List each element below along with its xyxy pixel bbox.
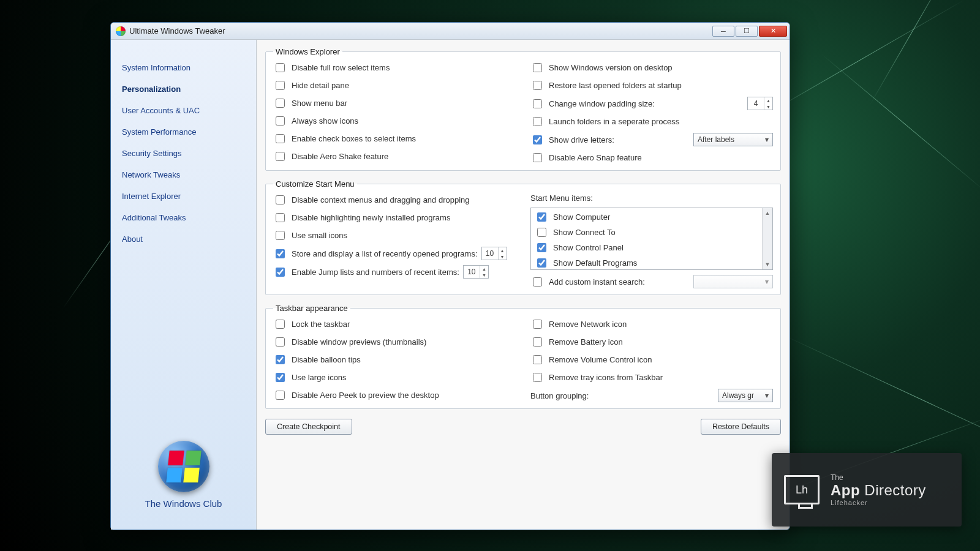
sidebar-item-internet-explorer[interactable]: Internet Explorer — [111, 186, 256, 207]
sidebar-item-security-settings[interactable]: Security Settings — [111, 143, 256, 164]
spin-down-icon[interactable]: ▼ — [480, 272, 488, 278]
overlay-line2: App Directory — [831, 482, 926, 499]
scroll-down-icon[interactable]: ▼ — [763, 260, 772, 269]
button-bar: Create Checkpoint Restore Defaults — [265, 416, 781, 435]
sidebar-logo-caption: The Windows Club — [117, 498, 250, 509]
chk-disable-aero-peek[interactable]: Disable Aero Peek to preview the desktop — [273, 389, 516, 402]
overlay-line1: The — [831, 473, 926, 482]
spin-window-padding[interactable]: 4▲▼ — [747, 97, 773, 110]
close-button[interactable]: ✕ — [759, 26, 787, 37]
button-grouping-label: Button grouping: — [530, 391, 589, 400]
chk-always-show-icons[interactable]: Always show icons — [273, 114, 516, 127]
list-item[interactable]: Show Control Panel — [535, 241, 758, 254]
minimize-button[interactable]: ─ — [712, 26, 734, 37]
group-windows-explorer: Windows Explorer Disable full row select… — [265, 47, 781, 171]
chk-show-win-version[interactable]: Show Windows version on desktop — [530, 61, 773, 74]
group-legend: Taskbar appearance — [273, 304, 350, 313]
list-start-menu-items[interactable]: Show Computer Show Connect To Show Contr… — [530, 208, 773, 270]
chk-show-menu-bar[interactable]: Show menu bar — [273, 97, 516, 110]
chk-disable-full-row[interactable]: Disable full row select items — [273, 61, 516, 74]
chk-remove-battery[interactable]: Remove Battery icon — [530, 335, 773, 348]
group-legend: Customize Start Menu — [273, 179, 357, 189]
group-taskbar: Taskbar appearance Lock the taskbar Disa… — [265, 304, 781, 409]
chk-change-padding[interactable]: Change window padding size: — [530, 97, 655, 110]
scroll-up-icon[interactable]: ▲ — [763, 208, 772, 218]
sidebar-item-user-accounts[interactable]: User Accounts & UAC — [111, 100, 256, 121]
spin-jump-list[interactable]: 10▲▼ — [463, 265, 489, 279]
app-window: Ultimate Windows Tweaker ─ ☐ ✕ System In… — [110, 22, 790, 530]
spin-down-icon[interactable]: ▼ — [764, 103, 772, 110]
dd-instant-search[interactable] — [693, 275, 773, 288]
spin-up-icon[interactable]: ▲ — [764, 97, 772, 103]
sidebar: System Information Personalization User … — [111, 40, 257, 530]
spin-up-icon[interactable]: ▲ — [499, 247, 507, 253]
dd-button-grouping[interactable]: Always gr — [718, 389, 773, 402]
list-item[interactable]: Show Default Programs — [535, 257, 758, 269]
sidebar-item-personalization[interactable]: Personalization — [111, 78, 256, 100]
chk-large-icons[interactable]: Use large icons — [273, 371, 516, 384]
titlebar[interactable]: Ultimate Windows Tweaker ─ ☐ ✕ — [111, 23, 790, 40]
content-panel: Windows Explorer Disable full row select… — [257, 40, 790, 530]
chk-show-drive-letters[interactable]: Show drive letters: — [530, 133, 614, 146]
start-menu-items-label: Start Menu items: — [530, 193, 773, 203]
chk-disable-balloon[interactable]: Disable balloon tips — [273, 353, 516, 366]
chk-small-icons[interactable]: Use small icons — [273, 229, 516, 242]
scrollbar[interactable]: ▲▼ — [762, 208, 772, 269]
overlay-line3: Lifehacker — [831, 499, 926, 506]
chk-instant-search[interactable]: Add custom instant search: — [530, 276, 645, 288]
chk-disable-aero-shake[interactable]: Disable Aero Shake feature — [273, 150, 516, 163]
app-directory-overlay: Lh The App Directory Lifehacker — [772, 453, 962, 527]
sidebar-item-about[interactable]: About — [111, 228, 256, 250]
list-item[interactable]: Show Computer — [535, 211, 758, 223]
sidebar-item-system-performance[interactable]: System Performance — [111, 121, 256, 143]
spin-recent-programs[interactable]: 10▲▼ — [481, 247, 507, 260]
restore-defaults-button[interactable]: Restore Defaults — [701, 419, 781, 435]
spin-up-icon[interactable]: ▲ — [480, 266, 488, 272]
chk-remove-volume[interactable]: Remove Volume Control icon — [530, 353, 773, 366]
chk-remove-network[interactable]: Remove Network icon — [530, 318, 773, 331]
monitor-icon: Lh — [784, 475, 820, 504]
chk-store-recent[interactable]: Store and display a list of recently ope… — [273, 247, 478, 260]
group-start-menu: Customize Start Menu Disable context men… — [265, 179, 781, 295]
chk-disable-highlight-new[interactable]: Disable highlighting newly installed pro… — [273, 211, 516, 224]
chk-restore-last-folders[interactable]: Restore last opened folders at startup — [530, 79, 773, 92]
chk-hide-detail-pane[interactable]: Hide detail pane — [273, 79, 516, 92]
chk-disable-aero-snap[interactable]: Disable Aero Snap feature — [530, 151, 773, 164]
chk-lock-taskbar[interactable]: Lock the taskbar — [273, 318, 516, 331]
chk-disable-context-menus[interactable]: Disable context menus and dragging and d… — [273, 193, 516, 206]
app-icon — [116, 26, 126, 36]
windows-orb-icon — [158, 441, 209, 492]
dd-drive-letters[interactable]: After labels — [693, 133, 773, 146]
sidebar-item-system-information[interactable]: System Information — [111, 57, 256, 78]
sidebar-logo: The Windows Club — [111, 430, 256, 530]
maximize-button[interactable]: ☐ — [736, 26, 758, 37]
chk-jump-lists[interactable]: Enable Jump lists and numbers of recent … — [273, 266, 459, 279]
group-legend: Windows Explorer — [273, 47, 342, 56]
sidebar-item-additional-tweaks[interactable]: Additional Tweaks — [111, 207, 256, 228]
window-title: Ultimate Windows Tweaker — [129, 26, 225, 36]
chk-separate-process[interactable]: Launch folders in a seperate process — [530, 115, 773, 128]
chk-remove-tray[interactable]: Remove tray icons from Taskbar — [530, 371, 773, 384]
chk-disable-previews[interactable]: Disable window previews (thumbnails) — [273, 335, 516, 348]
list-item[interactable]: Show Connect To — [535, 226, 758, 239]
create-checkpoint-button[interactable]: Create Checkpoint — [265, 419, 352, 435]
spin-down-icon[interactable]: ▼ — [499, 253, 507, 260]
sidebar-item-network-tweaks[interactable]: Network Tweaks — [111, 164, 256, 186]
chk-enable-check-boxes[interactable]: Enable check boxes to select items — [273, 132, 516, 145]
